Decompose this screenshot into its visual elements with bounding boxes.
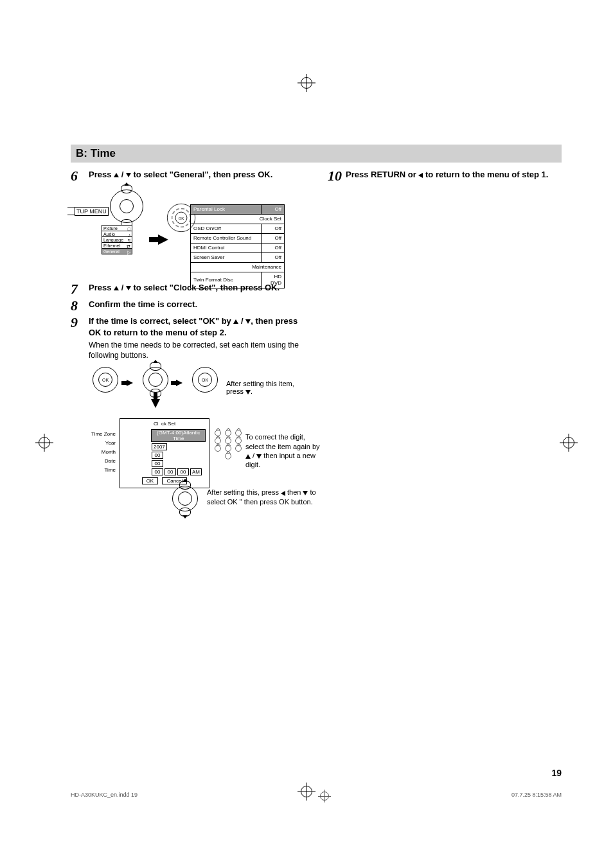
right-column: 10 Press RETURN or to return to the menu… [328, 169, 562, 527]
up-arrow-icon [233, 319, 238, 324]
label-time: Time [86, 466, 118, 475]
step-6-text: Press / to select "General", then press … [89, 169, 308, 181]
setting-screensaver: Screen SaverOff [191, 253, 285, 263]
down-arrow-icon [126, 173, 131, 177]
registration-mark-left [39, 437, 50, 448]
setting-clock-set: Clock Set [191, 215, 285, 224]
time-ap-value: AM [190, 468, 202, 475]
clock-set-title: Clock Set [123, 421, 206, 427]
up-arrow-icon [114, 286, 119, 290]
section-header: B: Time [71, 145, 562, 163]
after-setting-this-note: After setting this, press then to select… [207, 488, 319, 506]
clock-set-figure: OK OK After setting this item, press . [86, 367, 308, 527]
setting-maintenance: Maintenance [191, 263, 285, 272]
dpad-ok-icon: OK [93, 367, 118, 393]
setting-hdmi: HDMI ControlOff [191, 244, 285, 253]
footer-left: HD-A30KUKC_en.indd 19 [71, 792, 138, 801]
month-value: 00 [152, 452, 163, 459]
dpad-updown-icon [172, 486, 198, 511]
step-number: 10 [328, 169, 346, 183]
year-value: 2007 [152, 443, 167, 450]
step-number: 9 [71, 315, 89, 330]
menu-item-general: General▷ [102, 248, 132, 254]
footer-right: 07.7.25 8:15:58 AM [511, 792, 562, 801]
label-year: Year [86, 439, 118, 448]
page-content: B: Time 6 Press / to select "General", t… [71, 145, 562, 778]
print-footer: HD-A30KUKC_en.indd 19 07.7.25 8:15:58 AM [71, 792, 562, 801]
tz-value: (GMT-4:00)Atlantic Time [151, 429, 206, 442]
label-date: Date [86, 457, 118, 466]
down-arrow-icon [245, 390, 251, 394]
time-h-value: 00 [152, 468, 163, 475]
digit-entry-grid-icon [215, 430, 242, 461]
clock-set-box: Clock Set .(GMT-4:00)Atlantic Time .2007… [120, 418, 209, 488]
step-9-text: If the time is correct, select "OK" by /… [89, 315, 308, 338]
registration-mark-icon [320, 792, 329, 801]
label-tz: Time Zone [86, 430, 118, 439]
step-9: 9 If the time is correct, select "OK" by… [71, 315, 308, 360]
arrow-right-icon [158, 235, 168, 245]
arrow-right-icon [176, 380, 182, 386]
time-m-value: 00 [164, 468, 176, 475]
general-settings-table: Parental LockOff Clock Set OSD On/OffOff… [190, 204, 285, 288]
down-arrow-icon [245, 319, 251, 324]
down-arrow-icon [303, 491, 308, 495]
setting-osd: OSD On/OffOff [191, 224, 285, 234]
left-arrow-icon [281, 491, 285, 496]
setting-twin-format: Twin Format DiscHD DVD [191, 272, 285, 288]
step-8-text: Confirm the time is correct. [89, 299, 308, 310]
setting-parental-lock: Parental LockOff [191, 205, 285, 215]
registration-mark-top [301, 77, 312, 89]
dpad-ok-icon: OK [192, 367, 218, 393]
down-arrow-icon [126, 286, 131, 290]
time-s-value: 00 [177, 468, 189, 475]
arrow-right-icon [127, 380, 133, 386]
setup-menu-figure: TUP MENU OK Picture□ Audio♪ Language¶ Et… [75, 190, 308, 273]
correct-digit-note: To correct the digit, select the item ag… [245, 432, 323, 469]
setup-menu-list: Picture□ Audio♪ Language¶ Ethernet⇄ Gene… [102, 225, 132, 254]
step-10: 10 Press RETURN or to return to the menu… [328, 169, 562, 183]
clock-row-labels: Time Zone Year Month Date Time [86, 430, 118, 475]
up-arrow-icon [114, 173, 119, 177]
arrow-down-icon [151, 399, 160, 408]
step-9-note: When the time needs to be corrected, set… [89, 340, 308, 360]
dpad-updown-icon [110, 190, 143, 223]
step-number: 8 [71, 299, 89, 313]
step-6: 6 Press / to select "General", then pres… [71, 169, 308, 183]
ok-button-label: OK [142, 477, 159, 484]
down-arrow-icon [256, 454, 262, 459]
step-number: 7 [71, 282, 89, 296]
general-icon: ▷ [127, 249, 130, 256]
setup-menu-label: TUP MENU [75, 207, 109, 216]
step-8: 8 Confirm the time is correct. [71, 299, 308, 313]
step-number: 6 [71, 169, 89, 183]
label-month: Month [86, 448, 118, 457]
date-value: 00 [152, 460, 163, 467]
dpad-updown-icon [143, 367, 168, 393]
registration-mark-right [563, 437, 574, 448]
setting-remote-sound: Remote Controller SoundOff [191, 234, 285, 244]
step-10-text: Press RETURN or to return to the menu of… [346, 169, 562, 181]
left-arrow-icon [418, 173, 423, 178]
left-column: 6 Press / to select "General", then pres… [71, 169, 308, 527]
page-number: 19 [551, 768, 562, 778]
up-arrow-icon [245, 454, 251, 459]
after-setting-item-note: After setting this item, press . [226, 380, 308, 395]
